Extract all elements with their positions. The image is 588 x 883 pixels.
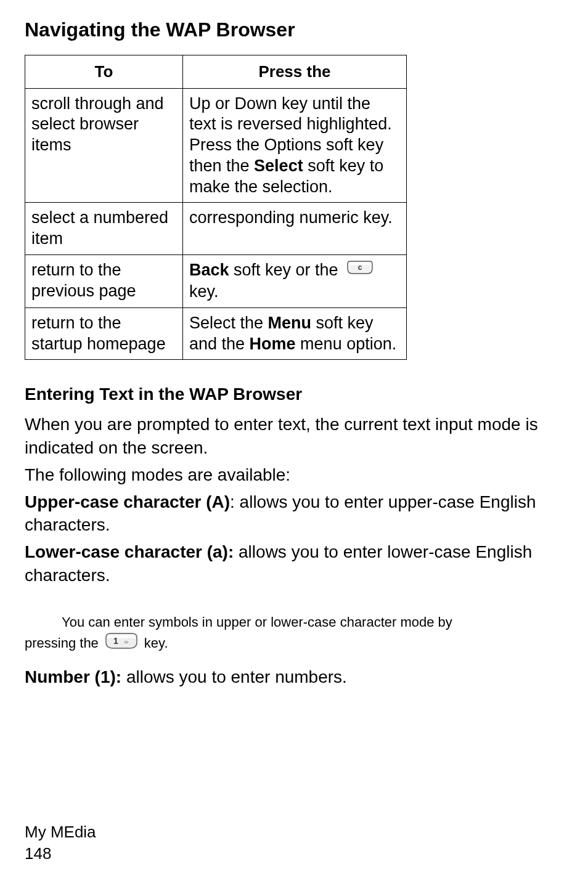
note: You can enter symbols in upper or lower-… (25, 613, 563, 655)
paragraph: When you are prompted to enter text, the… (25, 413, 563, 460)
text: key. (189, 282, 219, 301)
cell-to: scroll through and select browser items (25, 88, 183, 203)
note-text: pressing the (25, 634, 99, 653)
table-row: select a numbered item corresponding num… (25, 203, 407, 255)
paragraph: Lower-case character (a): allows you to … (25, 540, 563, 587)
paragraph: The following modes are available: (25, 463, 563, 487)
table-header-row: To Press the (25, 55, 407, 89)
mode-label: Upper-case character (A) (25, 492, 230, 511)
bold-text: Back (189, 261, 229, 279)
text: Select the (189, 314, 268, 332)
bold-text: Select (254, 157, 303, 175)
mode-label: Number (1): (25, 667, 121, 686)
note-text: key. (144, 634, 168, 653)
cell-to: return to the previous page (25, 254, 183, 307)
cell-press: Select the Menu soft key and the Home me… (183, 307, 407, 360)
svg-text:∞: ∞ (125, 639, 128, 645)
svg-text:1: 1 (113, 636, 118, 646)
table-row: scroll through and select browser items … (25, 88, 407, 203)
table-row: return to the startup homepage Select th… (25, 307, 407, 360)
mode-text: allows you to enter numbers. (121, 667, 347, 686)
bold-text: Home (250, 335, 296, 353)
footer-section: My MEdia (25, 821, 96, 843)
cell-press: Up or Down key until the text is reverse… (183, 88, 407, 203)
text: soft key or the (229, 261, 343, 279)
table-row: return to the previous page Back soft ke… (25, 254, 407, 307)
cell-to: return to the startup homepage (25, 307, 183, 360)
svg-text:c: c (358, 263, 362, 272)
text: menu option. (296, 335, 397, 353)
one-key-icon: 1 ∞ (105, 632, 138, 655)
cell-press: Back soft key or the c key. (183, 254, 407, 307)
col-header-to: To (25, 55, 183, 89)
paragraph: Number (1): allows you to enter numbers. (25, 665, 563, 689)
bold-text: Menu (268, 314, 312, 332)
paragraph: Upper-case character (A): allows you to … (25, 490, 563, 537)
page-title: Navigating the WAP Browser (25, 18, 563, 41)
cell-to: select a numbered item (25, 203, 183, 255)
col-header-press: Press the (183, 55, 407, 89)
note-text: You can enter symbols in upper or lower-… (62, 614, 452, 630)
footer-page-number: 148 (25, 843, 96, 865)
cell-press: corresponding numeric key. (183, 203, 407, 255)
nav-table: To Press the scroll through and select b… (25, 55, 407, 360)
subheading: Entering Text in the WAP Browser (25, 385, 563, 404)
mode-label: Lower-case character (a): (25, 542, 234, 561)
page-footer: My MEdia 148 (25, 821, 96, 865)
c-key-icon: c (346, 260, 374, 282)
